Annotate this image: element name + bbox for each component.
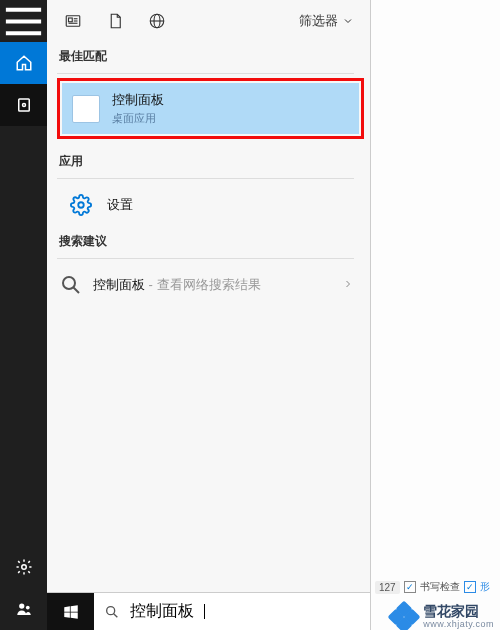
- right-background-panel: 127 ✓ 书写检查 ✓ 形: [370, 0, 500, 630]
- apps-item-settings[interactable]: 设置: [57, 183, 370, 227]
- document-icon[interactable]: [97, 3, 133, 39]
- hamburger-menu[interactable]: [0, 0, 47, 42]
- sidebar-settings[interactable]: [0, 546, 47, 588]
- count-badge: 127: [375, 581, 400, 594]
- watermark-logo-icon: [391, 604, 417, 630]
- svg-point-5: [21, 565, 26, 570]
- control-panel-icon: [72, 95, 100, 123]
- divider: [57, 258, 354, 259]
- highlight-box: 控制面板 桌面应用: [57, 78, 364, 139]
- news-icon[interactable]: [55, 3, 91, 39]
- watermark: 雪花家园 www.xhjaty.com: [391, 604, 494, 630]
- start-button[interactable]: [47, 593, 94, 630]
- suggestions-header: 搜索建议: [57, 227, 370, 256]
- search-bar-row: 控制面板: [47, 592, 370, 630]
- search-suggestion-item[interactable]: 控制面板 - 查看网络搜索结果: [57, 263, 370, 307]
- extra-label: 形: [480, 580, 490, 594]
- svg-point-19: [107, 606, 115, 614]
- svg-rect-9: [69, 18, 73, 22]
- search-icon: [104, 604, 120, 620]
- suggestion-text: 控制面板 - 查看网络搜索结果: [93, 276, 261, 294]
- sidebar-recent[interactable]: [0, 84, 47, 126]
- main-panel: 筛选器 最佳匹配 控制面板 桌面应用 应用: [47, 0, 370, 630]
- check-icon[interactable]: ✓: [464, 581, 476, 593]
- svg-point-4: [22, 104, 25, 107]
- text-cursor: [204, 604, 205, 619]
- chevron-down-icon: [342, 15, 354, 27]
- toolbar: 筛选器: [47, 0, 370, 42]
- apps-header: 应用: [57, 147, 370, 176]
- watermark-url: www.xhjaty.com: [423, 620, 494, 630]
- filter-label: 筛选器: [299, 12, 338, 30]
- svg-line-20: [114, 613, 118, 617]
- results-content: 最佳匹配 控制面板 桌面应用 应用: [47, 42, 370, 592]
- result-subtitle: 桌面应用: [112, 111, 349, 126]
- svg-point-16: [78, 202, 84, 208]
- windows-icon: [62, 603, 80, 621]
- chevron-right-icon: [342, 276, 354, 294]
- check-icon[interactable]: ✓: [404, 581, 416, 593]
- gear-icon: [67, 191, 95, 219]
- svg-rect-3: [18, 99, 29, 111]
- globe-icon[interactable]: [139, 3, 175, 39]
- divider: [57, 178, 354, 179]
- sidebar-account[interactable]: [0, 588, 47, 630]
- sidebar-home[interactable]: [0, 42, 47, 84]
- best-match-header: 最佳匹配: [57, 42, 370, 71]
- watermark-title: 雪花家园: [423, 604, 494, 619]
- svg-point-7: [25, 606, 29, 610]
- result-title: 控制面板: [112, 91, 349, 109]
- search-box[interactable]: 控制面板: [94, 593, 370, 630]
- best-match-item[interactable]: 控制面板 桌面应用: [62, 83, 359, 134]
- svg-line-18: [74, 288, 80, 294]
- search-input-value: 控制面板: [130, 601, 194, 622]
- svg-point-6: [19, 603, 24, 608]
- status-strip: 127 ✓ 书写检查 ✓ 形: [375, 580, 498, 594]
- apps-result-title: 设置: [107, 196, 360, 214]
- search-icon: [59, 273, 83, 297]
- divider: [57, 73, 354, 74]
- sidebar: [0, 0, 47, 630]
- scan-label: 书写检查: [420, 580, 460, 594]
- filter-dropdown[interactable]: 筛选器: [291, 12, 362, 30]
- svg-point-17: [63, 277, 75, 289]
